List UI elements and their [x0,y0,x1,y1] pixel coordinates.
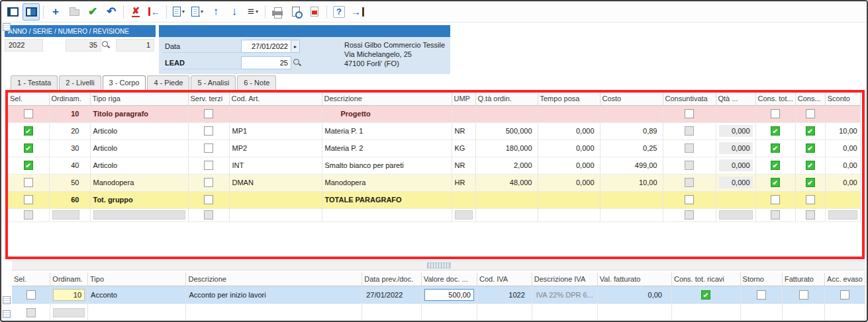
column-header-sel[interactable]: Sel. [12,272,50,286]
side-row-icon-1[interactable] [3,296,11,304]
duplicate-document-button[interactable]: ▾ [189,3,206,20]
column-header-tipo[interactable]: Tipo riga [90,93,188,105]
column-header-descriva[interactable]: Descrizione IVA [532,272,597,286]
serv-checkbox[interactable] [204,109,213,118]
cons-checkbox[interactable] [806,178,815,187]
serie-field[interactable]: 35 [66,39,101,52]
column-header-tempo[interactable]: Tempo posa [538,93,600,105]
qta2-field[interactable]: 0,000 [719,159,753,171]
constot-checkbox[interactable] [771,143,780,153]
constot-checkbox[interactable] [701,290,710,300]
sel-checkbox[interactable] [24,178,33,187]
column-header-valore[interactable]: Valore doc. ... [421,272,477,286]
cons-checkbox[interactable] [806,195,815,204]
table-row[interactable] [8,208,860,221]
serv-checkbox[interactable] [204,195,213,204]
column-header-acc[interactable]: Acc. evaso [825,272,865,286]
consuntivata-checkbox[interactable] [685,195,694,204]
column-header-consuntivata[interactable]: Consuntivata [663,93,716,105]
serie-lookup-icon[interactable] [101,40,111,50]
descriva-field[interactable]: IVA 22% DPR 6... [535,289,595,301]
column-header-ordinam[interactable]: Ordinam. [49,93,90,105]
serv-checkbox[interactable] [204,126,213,136]
column-header-qta[interactable]: Q.tà ordin. [475,93,538,105]
side-row-icon-2[interactable] [3,310,11,318]
undo-button[interactable]: ↶ [103,3,120,20]
data-value-field[interactable]: 27/01/2022 [241,40,291,53]
qta2-field[interactable]: 0,000 [719,142,753,154]
print-button[interactable] [269,3,286,20]
table-row[interactable]: 10AccontoAcconto per inizio lavori27/01/… [12,286,865,303]
qta2-field[interactable]: 0,000 [719,177,753,188]
column-header-constot[interactable]: Cons. tot. ricavi [671,272,740,286]
sel-checkbox[interactable] [24,195,33,204]
column-header-sconto[interactable]: Sconto [825,93,860,105]
column-header-constot[interactable]: Cons. tot... [755,93,795,105]
column-header-cons[interactable]: Cons... [795,93,825,105]
list-menu-button[interactable]: ≡▾ [244,3,262,20]
lead-lookup-icon[interactable] [293,58,302,67]
cons-checkbox[interactable] [806,109,815,118]
help-button[interactable]: ? [330,3,348,20]
serv-checkbox[interactable] [204,161,213,170]
delete-row-button[interactable]: ✘ [127,3,144,20]
confirm-button[interactable]: ✔ [84,3,101,20]
sel-checkbox[interactable] [24,143,33,153]
move-up-button[interactable]: ↑ [207,3,224,20]
table-row[interactable]: 60Tot. gruppoTOTALE PARAGRAFO [8,191,860,208]
sel-checkbox[interactable] [24,126,33,136]
print-preview-button[interactable] [287,3,305,20]
date-picker-button[interactable]: ▸ [291,40,300,53]
column-header-valfatt[interactable]: Val. fatturato [597,272,671,286]
column-header-descr[interactable]: Descrizione [322,93,452,105]
column-header-descr[interactable]: Descrizione [186,272,362,286]
sel-checkbox[interactable] [24,161,33,170]
qta2-field[interactable]: 0,000 [719,125,753,137]
table-row[interactable]: 50ManodoperaDMANManodoperaHR48,0000,0001… [8,174,860,191]
column-header-codiva[interactable]: Cod. IVA [477,272,532,286]
valore-field[interactable]: 500,00 [424,289,474,301]
new-document-button[interactable]: ▾ [170,3,187,20]
column-header-tipo[interactable]: Tipo [88,272,186,286]
splitter-grip-icon[interactable] [427,262,451,268]
constot-checkbox[interactable] [771,161,780,170]
toggle-panel-filled-button[interactable] [23,3,40,20]
column-header-data[interactable]: Data prev./doc. [362,272,421,286]
constot-checkbox[interactable] [771,109,780,118]
fatturato-checkbox[interactable] [799,290,808,300]
sel-checkbox[interactable] [26,290,36,300]
column-header-costo[interactable]: Costo [600,93,663,105]
table-row[interactable]: 20ArticoloMP1Materia P. 1NR500,0000,0000… [8,122,860,140]
acc-checkbox[interactable] [840,290,849,300]
table-row[interactable]: 10Titolo paragrafoProgetto [8,105,860,122]
open-button[interactable] [66,3,83,20]
side-grid-icon[interactable] [3,23,11,31]
move-down-button[interactable]: ↓ [226,3,243,20]
table-row[interactable]: 40ArticoloINTSmalto bianco per paretiNR2… [8,157,860,174]
column-header-cod[interactable]: Cod. Art. [229,93,322,105]
sel-checkbox[interactable] [24,109,33,118]
exit-button[interactable]: → [349,3,366,20]
column-header-storno[interactable]: Storno [740,272,782,286]
cons-checkbox[interactable] [806,143,815,153]
column-header-serv[interactable]: Serv. terzi [188,93,229,105]
export-pdf-button[interactable] [306,3,323,20]
serv-checkbox[interactable] [204,178,213,187]
numero-field[interactable]: 1 [116,39,154,52]
restore-row-button[interactable]: ← [146,3,163,20]
column-header-fatturato[interactable]: Fatturato [782,272,824,286]
table-row[interactable] [12,303,865,322]
column-header-ump[interactable]: UMP [452,93,475,105]
table-row[interactable]: 30ArticoloMP2Materia P. 2KG180,0000,0000… [8,140,860,157]
anno-field[interactable]: 2022 [5,39,43,52]
consuntivata-checkbox[interactable] [685,109,694,118]
constot-checkbox[interactable] [771,178,780,187]
ordinam-field[interactable]: 10 [53,289,85,301]
constot-checkbox[interactable] [771,126,780,136]
grid-splitter[interactable] [12,261,865,270]
storno-checkbox[interactable] [757,290,766,300]
constot-checkbox[interactable] [771,195,780,204]
lead-value-field[interactable]: 25 [241,56,291,69]
cons-checkbox[interactable] [806,126,815,136]
column-header-sel[interactable]: Sel. [8,93,49,105]
